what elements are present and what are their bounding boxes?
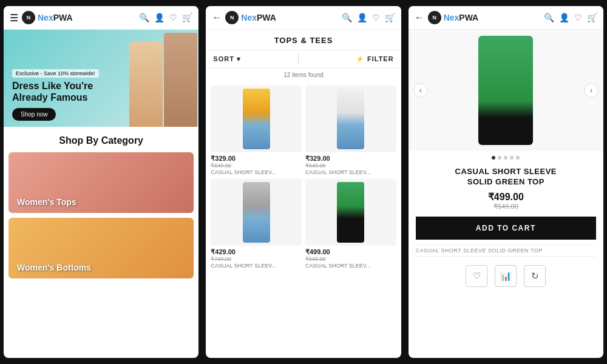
product-figure-3 — [243, 182, 270, 243]
screen3: ← N NexPWA 🔍 👤 ♡ 🛒 ‹ › — [409, 6, 603, 358]
product-card-2[interactable]: ₹329.00 ₹649.00 CASUAL SHORT SLEEV... — [305, 86, 396, 175]
screen1-content: Exclusive - Save 10% storewide! Dress Li… — [4, 30, 198, 358]
carousel-next-button[interactable]: › — [584, 83, 599, 98]
dot-4[interactable] — [510, 156, 514, 160]
account-icon-2[interactable]: 👤 — [357, 13, 367, 22]
header-left-3: ← N NexPWA — [415, 11, 479, 24]
cart-icon-3[interactable]: 🛒 — [587, 13, 597, 22]
product-name-1: CASUAL SHORT SLEEV... — [211, 169, 302, 175]
hero-images — [129, 30, 198, 127]
product-detail-original-price: ₹549.00 — [416, 203, 596, 211]
product-price-2: ₹329.00 — [305, 155, 396, 163]
hamburger-icon[interactable]: ☰ — [10, 12, 18, 24]
product-detail-subtitle: CASUAL SHORT SLEEVE SOLID GREEN TOP — [416, 244, 596, 257]
product-img-4 — [305, 179, 396, 246]
section-title: Shop By Category — [4, 127, 198, 152]
category-card-womens-tops[interactable]: Women's Tops — [8, 152, 194, 213]
logo-3: N NexPWA — [428, 11, 479, 24]
action-icons: ♡ 📊 ↻ — [416, 263, 596, 289]
product-price-1: ₹329.00 — [211, 155, 302, 163]
filter-bar: SORT ▾ ⚡ FILTER — [206, 50, 401, 68]
screen1-header: ☰ N NexPWA 🔍 👤 ♡ 🛒 — [4, 6, 198, 30]
hero-figure-2 — [164, 33, 197, 127]
items-count: 12 items found — [206, 68, 401, 82]
search-icon[interactable]: 🔍 — [139, 13, 149, 22]
chevron-down-icon: ▾ — [237, 55, 241, 63]
product-figure-1 — [243, 89, 270, 149]
product-figure-2 — [337, 89, 364, 149]
back-arrow-icon-3[interactable]: ← — [415, 12, 424, 23]
screen3-header: ← N NexPWA 🔍 👤 ♡ 🛒 — [409, 6, 603, 30]
dot-1[interactable] — [492, 156, 495, 160]
carousel-dots — [409, 151, 603, 162]
screen2-header: ← N NexPWA 🔍 👤 ♡ 🛒 — [206, 6, 401, 30]
dot-3[interactable] — [504, 156, 507, 160]
screen1-wrapper: ☰ N NexPWA 🔍 👤 ♡ 🛒 Exc — [0, 0, 202, 364]
wishlist-icon-2[interactable]: ♡ — [372, 13, 380, 22]
account-icon[interactable]: 👤 — [154, 13, 164, 22]
search-icon-3[interactable]: 🔍 — [544, 13, 554, 22]
product-card-4[interactable]: ₹499.00 ₹549.00 CASUAL SHORT SLEEV... — [305, 179, 396, 269]
logo-text: NexPWA — [38, 13, 73, 22]
product-detail-price: ₹499.00 — [416, 191, 596, 203]
product-price-3: ₹429.00 — [211, 248, 302, 256]
category-label-1: Women's Tops — [17, 197, 76, 207]
product-img-1 — [211, 86, 302, 152]
hero-exclusive-text: Exclusive - Save 10% storewide! — [12, 69, 99, 78]
product-original-1: ₹649.00 — [211, 163, 302, 169]
product-name-4: CASUAL SHORT SLEEV... — [305, 263, 396, 269]
products-grid: ₹329.00 ₹649.00 CASUAL SHORT SLEEV... ₹3… — [206, 82, 401, 272]
filter-divider — [298, 54, 299, 64]
wishlist-action-button[interactable]: ♡ — [466, 265, 487, 287]
cart-icon-2[interactable]: 🛒 — [385, 13, 395, 22]
header-right-3: 🔍 👤 ♡ 🛒 — [544, 13, 597, 22]
compare-action-button[interactable]: 📊 — [495, 265, 517, 287]
filter-label: FILTER — [367, 55, 394, 62]
logo-icon-2: N — [225, 11, 239, 24]
product-original-2: ₹649.00 — [305, 163, 396, 169]
header-left-2: ← N NexPWA — [212, 11, 276, 24]
sort-button[interactable]: SORT ▾ — [213, 55, 241, 63]
add-to-cart-button[interactable]: ADD TO CART — [416, 217, 596, 240]
product-detail-info: CASUAL SHORT SLEEVESOLID GREEN TOP ₹499.… — [409, 162, 603, 294]
header-left: ☰ N NexPWA — [10, 11, 73, 24]
header-right: 🔍 👤 ♡ 🛒 — [139, 13, 192, 22]
wishlist-icon[interactable]: ♡ — [169, 13, 177, 22]
cart-icon[interactable]: 🛒 — [182, 13, 192, 22]
logo-icon-3: N — [428, 11, 441, 24]
screen2: ← N NexPWA 🔍 👤 ♡ 🛒 TOPS & TEES — [206, 6, 401, 358]
wishlist-icon-3[interactable]: ♡ — [574, 13, 582, 22]
category-card-womens-bottoms[interactable]: Women's Bottoms — [8, 218, 194, 278]
back-arrow-icon[interactable]: ← — [212, 12, 222, 23]
product-price-4: ₹499.00 — [305, 248, 396, 256]
account-icon-3[interactable]: 👤 — [559, 13, 569, 22]
sort-label: SORT — [213, 55, 234, 62]
screen1: ☰ N NexPWA 🔍 👤 ♡ 🛒 Exc — [4, 6, 198, 358]
screen3-wrapper: ← N NexPWA 🔍 👤 ♡ 🛒 ‹ › — [405, 0, 607, 364]
product-img-2 — [305, 86, 396, 152]
screen2-wrapper: ← N NexPWA 🔍 👤 ♡ 🛒 TOPS & TEES — [202, 0, 404, 364]
hero-title: Dress Like You'reAlready Famous — [12, 80, 99, 103]
share-action-button[interactable]: ↻ — [524, 265, 546, 287]
logo-text-3: NexPWA — [444, 13, 479, 22]
dot-2[interactable] — [498, 156, 501, 160]
logo-2: N NexPWA — [225, 11, 276, 24]
shop-now-button[interactable]: Shop now — [12, 108, 56, 121]
screens-container: ☰ N NexPWA 🔍 👤 ♡ 🛒 Exc — [0, 0, 607, 364]
page-title-2: TOPS & TEES — [206, 30, 401, 50]
search-icon-2[interactable]: 🔍 — [342, 13, 352, 22]
product-card-3[interactable]: ₹429.00 ₹749.00 CASUAL SHORT SLEEV... — [211, 179, 302, 269]
filter-button[interactable]: ⚡ FILTER — [356, 55, 394, 63]
category-bg-1: Women's Tops — [8, 152, 194, 213]
product-img-3 — [211, 179, 302, 246]
carousel-prev-button[interactable]: ‹ — [413, 83, 428, 98]
logo: N NexPWA — [22, 11, 73, 24]
hero-banner: Exclusive - Save 10% storewide! Dress Li… — [4, 30, 198, 127]
filter-icon: ⚡ — [356, 55, 365, 63]
category-label-2: Women's Bottoms — [17, 263, 91, 272]
product-figure-4 — [337, 182, 364, 243]
product-card-1[interactable]: ₹329.00 ₹649.00 CASUAL SHORT SLEEV... — [211, 86, 302, 175]
hero-text: Exclusive - Save 10% storewide! Dress Li… — [12, 67, 99, 121]
product-original-3: ₹749.00 — [211, 256, 302, 262]
dot-5[interactable] — [516, 156, 520, 160]
